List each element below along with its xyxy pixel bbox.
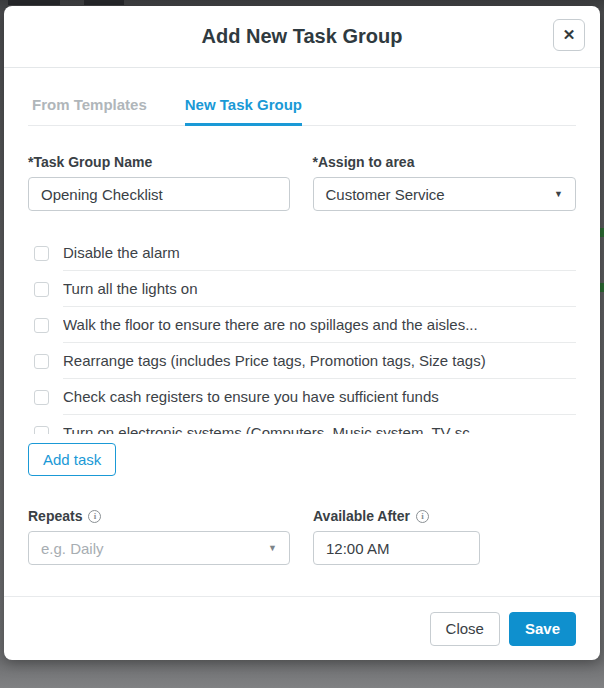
task-list-item: Walk the floor to ensure there are no sp… xyxy=(28,307,576,343)
assign-to-area-select[interactable]: Customer Service ▼ xyxy=(313,177,577,211)
repeats-label: Repeats i xyxy=(28,508,290,524)
task-label: Turn on electronic systems (Computers, M… xyxy=(63,415,576,434)
task-list-item: Rearrange tags (includes Price tags, Pro… xyxy=(28,343,576,379)
task-label: Check cash registers to ensure you have … xyxy=(63,379,576,415)
close-icon[interactable]: ✕ xyxy=(553,19,585,51)
available-after-label: Available After i xyxy=(313,508,480,524)
available-after-input[interactable] xyxy=(313,531,480,565)
task-checkbox[interactable] xyxy=(34,246,49,261)
modal-title: Add New Task Group xyxy=(202,25,403,48)
chevron-down-icon: ▼ xyxy=(268,543,277,553)
repeats-select[interactable]: e.g. Daily ▼ xyxy=(28,531,290,565)
task-checkbox[interactable] xyxy=(34,354,49,369)
save-button[interactable]: Save xyxy=(509,612,576,646)
name-area-row: *Task Group Name *Assign to area Custome… xyxy=(28,154,576,211)
task-list-item: Turn on electronic systems (Computers, M… xyxy=(28,415,576,434)
modal-header: Add New Task Group ✕ xyxy=(4,6,600,68)
task-list: Disable the alarm Turn all the lights on… xyxy=(28,235,576,434)
task-checkbox[interactable] xyxy=(34,426,49,435)
task-checkbox[interactable] xyxy=(34,282,49,297)
task-label: Walk the floor to ensure there are no sp… xyxy=(63,307,576,343)
add-new-task-group-modal: Add New Task Group ✕ From Templates New … xyxy=(4,6,600,660)
tab-from-templates[interactable]: From Templates xyxy=(32,90,147,126)
task-checkbox[interactable] xyxy=(34,318,49,333)
tab-new-task-group[interactable]: New Task Group xyxy=(185,90,302,126)
task-list-item: Disable the alarm xyxy=(28,235,576,271)
task-label: Rearrange tags (includes Price tags, Pro… xyxy=(63,343,576,379)
task-list-item: Turn all the lights on xyxy=(28,271,576,307)
info-icon: i xyxy=(416,510,429,523)
repeats-placeholder: e.g. Daily xyxy=(41,540,104,557)
assign-to-area-field: *Assign to area Customer Service ▼ xyxy=(313,154,577,211)
backdrop-text-artifact xyxy=(84,0,124,5)
task-label: Turn all the lights on xyxy=(63,271,576,307)
add-task-button[interactable]: Add task xyxy=(28,443,116,476)
schedule-row: Repeats i e.g. Daily ▼ Available After i xyxy=(28,508,576,565)
close-button[interactable]: Close xyxy=(430,612,500,646)
modal-body: From Templates New Task Group *Task Grou… xyxy=(4,68,600,596)
modal-footer: Close Save xyxy=(4,596,600,660)
task-label: Disable the alarm xyxy=(63,235,576,271)
available-after-label-text: Available After xyxy=(313,508,410,524)
assign-to-area-value: Customer Service xyxy=(326,186,445,203)
task-group-name-label: *Task Group Name xyxy=(28,154,290,170)
info-icon: i xyxy=(88,510,101,523)
task-list-item: Check cash registers to ensure you have … xyxy=(28,379,576,415)
assign-to-area-label: *Assign to area xyxy=(313,154,577,170)
repeats-label-text: Repeats xyxy=(28,508,82,524)
available-after-field: Available After i xyxy=(313,508,480,565)
task-group-name-input[interactable] xyxy=(28,177,290,211)
repeats-field: Repeats i e.g. Daily ▼ xyxy=(28,508,290,565)
backdrop-text-artifact xyxy=(8,0,60,5)
task-checkbox[interactable] xyxy=(34,390,49,405)
task-group-name-field: *Task Group Name xyxy=(28,154,290,211)
tab-bar: From Templates New Task Group xyxy=(28,90,576,126)
chevron-down-icon: ▼ xyxy=(554,189,563,199)
